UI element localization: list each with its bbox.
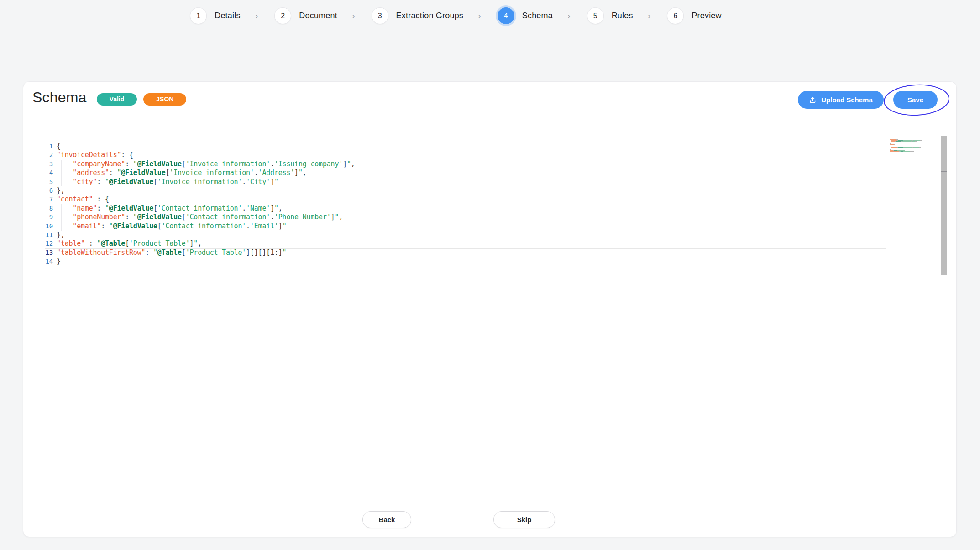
step-number: 3: [372, 7, 388, 24]
line-number: 2: [32, 151, 53, 159]
step-label: Extraction Groups: [396, 11, 463, 21]
step-extraction-groups[interactable]: 3Extraction Groups: [372, 7, 463, 24]
save-button[interactable]: Save: [893, 91, 938, 109]
chevron-right-icon: ›: [255, 11, 258, 21]
code-text: "contact" : {: [57, 195, 109, 204]
code-text: },: [57, 231, 65, 239]
indent-guide: [61, 160, 62, 169]
step-number: 2: [274, 7, 291, 24]
line-number: 7: [32, 195, 53, 204]
step-details[interactable]: 1Details: [190, 7, 240, 24]
code-line[interactable]: 5 "city": "@FieldValue['Invoice informat…: [32, 178, 948, 186]
step-label: Rules: [612, 11, 633, 21]
line-number: 1: [32, 142, 53, 151]
line-number: 13: [32, 249, 53, 257]
upload-schema-button[interactable]: Upload Schema: [798, 91, 884, 109]
code-line[interactable]: 12"table" : "@Table['Product Table']",: [32, 239, 948, 248]
code-text: },: [57, 186, 65, 195]
code-text: "companyName": "@FieldValue['Invoice inf…: [57, 160, 355, 169]
chevron-right-icon: ›: [478, 11, 481, 21]
line-number: 12: [32, 239, 53, 248]
indent-guide: [61, 178, 62, 186]
editor-minimap[interactable]: [890, 138, 926, 153]
editor-top-border: [32, 132, 948, 132]
step-number: 5: [587, 7, 604, 24]
code-text: }: [57, 257, 61, 266]
code-line[interactable]: 8 "name": "@FieldValue['Contact informat…: [32, 204, 948, 213]
line-number: 14: [32, 257, 53, 266]
code-line[interactable]: 2"invoiceDetails": {: [32, 151, 948, 159]
json-format-badge: JSON: [143, 93, 186, 106]
scrollbar-thumb-divider: [941, 171, 947, 172]
code-line[interactable]: 11},: [32, 231, 948, 239]
step-document[interactable]: 2Document: [274, 7, 337, 24]
line-number: 6: [32, 186, 53, 195]
code-line[interactable]: 6},: [32, 186, 948, 195]
card-header: Schema Valid JSON: [32, 89, 186, 106]
code-line[interactable]: 4 "address": "@FieldValue['Invoice infor…: [32, 169, 948, 177]
chevron-right-icon: ›: [352, 11, 355, 21]
code-text: "table" : "@Table['Product Table']",: [57, 239, 202, 248]
step-number: 6: [667, 7, 684, 24]
step-number: 4: [498, 7, 514, 24]
step-label: Document: [299, 11, 337, 21]
line-number: 4: [32, 169, 53, 177]
code-line[interactable]: 13"tableWithoutFirstRow": "@Table['Produ…: [32, 249, 948, 257]
page: 1Details›2Document›3Extraction Groups›4S…: [0, 0, 980, 550]
step-label: Preview: [692, 11, 721, 21]
line-number: 11: [32, 231, 53, 239]
skip-button[interactable]: Skip: [493, 511, 555, 528]
code-editor[interactable]: 1{2"invoiceDetails": {3 "companyName": "…: [32, 142, 948, 266]
step-schema[interactable]: 4Schema: [498, 7, 553, 24]
page-title: Schema: [32, 89, 87, 106]
code-text: "address": "@FieldValue['Invoice informa…: [57, 169, 307, 177]
code-text: "phoneNumber": "@FieldValue['Contact inf…: [57, 213, 343, 222]
wizard-stepper: 1Details›2Document›3Extraction Groups›4S…: [0, 7, 946, 24]
header-actions: Upload Schema Save: [798, 91, 938, 109]
code-line[interactable]: 14}: [32, 257, 948, 266]
code-line[interactable]: 1{: [32, 142, 948, 151]
line-number: 5: [32, 178, 53, 186]
step-label: Schema: [522, 11, 553, 21]
step-preview[interactable]: 6Preview: [667, 7, 721, 24]
code-text: "city": "@FieldValue['Invoice informatio…: [57, 178, 278, 186]
code-text: {: [57, 142, 61, 151]
schema-card: Schema Valid JSON Upload Schema Save: [23, 81, 957, 537]
upload-icon: [809, 96, 817, 104]
code-text: "email": "@FieldValue['Contact informati…: [57, 222, 286, 231]
line-number: 10: [32, 222, 53, 231]
step-label: Details: [215, 11, 240, 21]
indent-guide: [61, 213, 62, 222]
code-text: "invoiceDetails": {: [57, 151, 133, 159]
save-label: Save: [907, 96, 923, 104]
scrollbar-thumb[interactable]: [941, 136, 947, 275]
line-number: 3: [32, 160, 53, 169]
code-line[interactable]: 3 "companyName": "@FieldValue['Invoice i…: [32, 160, 948, 169]
indent-guide: [61, 204, 62, 213]
chevron-right-icon: ›: [567, 11, 571, 21]
upload-schema-label: Upload Schema: [821, 96, 873, 104]
valid-status-badge: Valid: [97, 93, 137, 106]
indent-guide: [61, 222, 62, 231]
code-line[interactable]: 10 "email": "@FieldValue['Contact inform…: [32, 222, 948, 231]
chevron-right-icon: ›: [648, 11, 651, 21]
step-number: 1: [190, 7, 207, 24]
indent-guide: [61, 169, 62, 177]
scrollbar-track[interactable]: [944, 275, 944, 494]
line-number: 9: [32, 213, 53, 222]
back-button[interactable]: Back: [362, 511, 411, 528]
code-text: "tableWithoutFirstRow": "@Table['Product…: [57, 249, 286, 257]
code-line[interactable]: 7"contact" : {: [32, 195, 948, 204]
code-text: "name": "@FieldValue['Contact informatio…: [57, 204, 283, 213]
line-number: 8: [32, 204, 53, 213]
step-rules[interactable]: 5Rules: [587, 7, 633, 24]
code-line[interactable]: 9 "phoneNumber": "@FieldValue['Contact i…: [32, 213, 948, 222]
